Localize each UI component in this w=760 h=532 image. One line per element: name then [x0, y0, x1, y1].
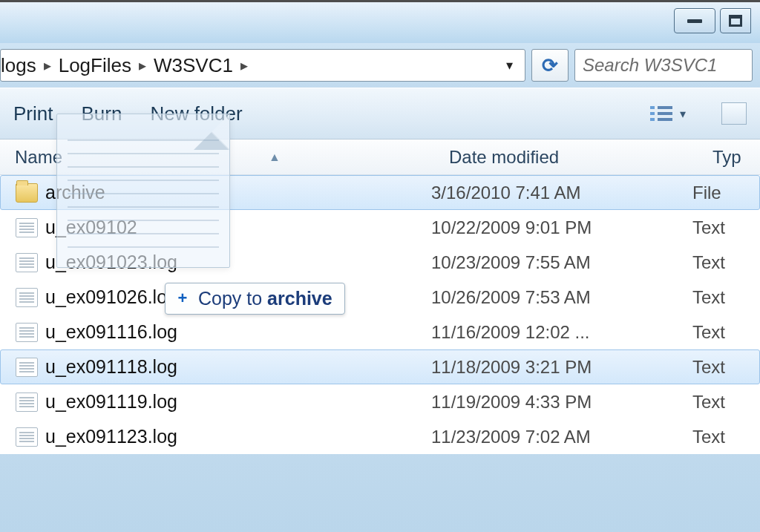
item-name: u_ex091026.log: [45, 286, 177, 308]
item-name: u_ex09102: [45, 217, 137, 238]
item-type: Text: [692, 287, 759, 308]
item-type: Text: [692, 357, 759, 378]
file-row[interactable]: u_ex091123.log11/23/2009 7:02 AMText: [0, 419, 760, 454]
chevron-down-icon: ▾: [680, 107, 686, 121]
item-name: u_ex091123.log: [45, 426, 177, 447]
item-date: 3/16/2010 7:41 AM: [431, 183, 692, 203]
search-placeholder: Search W3SVC1: [583, 55, 717, 76]
item-date: 10/23/2009 7:55 AM: [431, 252, 692, 273]
item-type: Text: [692, 217, 759, 238]
explorer-window: logs ▸ LogFiles ▸ W3SVC1 ▸ ▾ ⟳ Search W3…: [0, 0, 760, 532]
breadcrumb-sep-icon[interactable]: ▸: [137, 56, 148, 74]
item-name: u_ex091118.log: [45, 356, 177, 378]
item-name: u_ex091023.log: [45, 252, 177, 273]
file-row[interactable]: u_ex091116.log11/16/2009 12:02 ...Text: [0, 315, 760, 349]
address-bar-row: logs ▸ LogFiles ▸ W3SVC1 ▸ ▾ ⟳ Search W3…: [0, 43, 760, 88]
file-icon: [16, 427, 38, 447]
column-header-name[interactable]: Name ▲: [0, 147, 442, 168]
title-bar: [0, 2, 760, 43]
item-name: u_ex091119.log: [45, 391, 177, 413]
address-bar[interactable]: logs ▸ LogFiles ▸ W3SVC1 ▸ ▾: [0, 49, 525, 82]
item-date: 11/18/2009 3:21 PM: [431, 357, 692, 378]
folder-icon: [16, 183, 38, 203]
item-name: archive: [45, 182, 105, 203]
view-options-button[interactable]: ▾: [643, 103, 693, 124]
file-list: archive3/16/2010 7:41 AMFileu_ex0910210/…: [0, 175, 760, 454]
refresh-icon: ⟳: [542, 54, 558, 77]
column-header-date[interactable]: Date modified: [442, 147, 705, 168]
column-headers: Name ▲ Date modified Typ: [0, 139, 760, 175]
print-button[interactable]: Print: [13, 102, 53, 125]
drag-tooltip-target: archive: [267, 288, 332, 309]
file-icon: [16, 253, 38, 272]
burn-button[interactable]: Burn: [81, 102, 122, 125]
breadcrumb-segment[interactable]: LogFiles: [53, 54, 137, 77]
minimize-button[interactable]: [674, 8, 715, 33]
breadcrumb-segment[interactable]: W3SVC1: [148, 54, 239, 77]
copy-plus-icon: +: [174, 291, 191, 307]
command-bar: Print Burn New folder ▾: [0, 88, 760, 139]
preview-pane-button[interactable]: [721, 102, 747, 125]
file-icon: [16, 393, 38, 412]
file-icon: [16, 288, 38, 307]
file-row[interactable]: u_ex091119.log11/19/2009 4:33 PMText: [0, 384, 760, 419]
new-folder-button[interactable]: New folder: [150, 102, 242, 125]
item-type: Text: [692, 322, 759, 343]
details-view-icon: [650, 106, 672, 121]
file-icon: [16, 323, 38, 342]
maximize-button[interactable]: [720, 8, 751, 33]
search-input[interactable]: Search W3SVC1: [574, 49, 753, 82]
breadcrumb-sep-icon[interactable]: ▸: [239, 56, 249, 74]
address-dropdown-icon[interactable]: ▾: [498, 57, 520, 73]
item-type: Text: [692, 427, 759, 447]
item-type: Text: [692, 392, 759, 413]
item-date: 11/23/2009 7:02 AM: [431, 427, 692, 447]
column-header-type[interactable]: Typ: [705, 147, 760, 168]
file-row[interactable]: u_ex0910210/22/2009 9:01 PMText: [0, 210, 760, 245]
sort-ascending-icon: ▲: [269, 151, 281, 164]
drag-tooltip: + Copy to archive: [165, 283, 345, 315]
folder-row[interactable]: archive3/16/2010 7:41 AMFile: [0, 175, 760, 210]
item-date: 10/26/2009 7:53 AM: [431, 287, 692, 308]
file-row[interactable]: u_ex091118.log11/18/2009 3:21 PMText: [0, 349, 760, 384]
item-name: u_ex091116.log: [45, 321, 177, 343]
item-date: 10/22/2009 9:01 PM: [431, 217, 692, 238]
item-type: File: [692, 183, 759, 203]
item-type: Text: [692, 252, 759, 273]
refresh-button[interactable]: ⟳: [531, 49, 569, 82]
file-icon: [16, 218, 38, 237]
item-date: 11/19/2009 4:33 PM: [431, 392, 692, 413]
file-icon: [16, 358, 38, 377]
file-row[interactable]: u_ex091023.log10/23/2009 7:55 AMText: [0, 245, 760, 280]
item-date: 11/16/2009 12:02 ...: [431, 322, 692, 343]
file-row[interactable]: u_ex091026.log10/26/2009 7:53 AMText: [0, 280, 760, 315]
drag-tooltip-prefix: Copy to: [198, 288, 267, 309]
breadcrumb-sep-icon[interactable]: ▸: [42, 56, 53, 74]
breadcrumb-segment[interactable]: logs: [1, 54, 42, 77]
column-header-label: Name: [15, 147, 62, 168]
